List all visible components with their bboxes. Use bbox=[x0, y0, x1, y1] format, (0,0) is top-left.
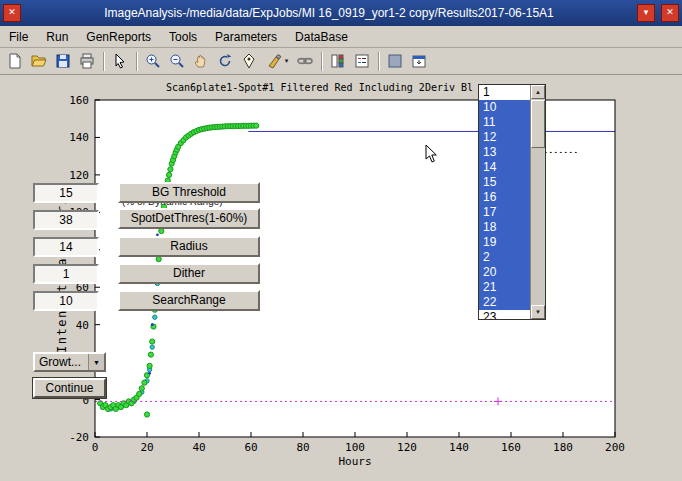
growth-dropdown[interactable]: Growt... ▼ bbox=[33, 352, 106, 372]
menu-parameters[interactable]: Parameters bbox=[206, 28, 286, 46]
save-figure-button[interactable] bbox=[51, 50, 75, 73]
menu-run[interactable]: Run bbox=[37, 28, 77, 46]
hide-plot-tools-button[interactable] bbox=[383, 50, 407, 73]
list-item[interactable]: 11 bbox=[479, 115, 530, 130]
insert-colorbar-button[interactable] bbox=[326, 50, 350, 73]
list-item[interactable]: 1 bbox=[479, 85, 530, 100]
save-floppy-icon bbox=[54, 52, 72, 70]
svg-text:180: 180 bbox=[553, 441, 573, 454]
rotate-icon bbox=[216, 52, 234, 70]
svg-text:120: 120 bbox=[69, 169, 89, 182]
menu-file[interactable]: File bbox=[0, 28, 37, 46]
figure-toolbar: ▾ bbox=[0, 48, 682, 75]
menu-tools[interactable]: Tools bbox=[160, 28, 206, 46]
svg-text:160: 160 bbox=[501, 441, 521, 454]
list-item[interactable]: 13 bbox=[479, 145, 530, 160]
list-item[interactable]: 21 bbox=[479, 280, 530, 295]
minimize-button[interactable]: ▾ bbox=[637, 4, 655, 22]
list-item[interactable]: 2 bbox=[479, 250, 530, 265]
zoom-out-button[interactable] bbox=[165, 50, 189, 73]
dock-window-icon bbox=[410, 52, 428, 70]
radius-input[interactable] bbox=[33, 237, 99, 257]
list-item[interactable]: 20 bbox=[479, 265, 530, 280]
searchrange-button[interactable]: SearchRange bbox=[118, 290, 260, 311]
list-item[interactable]: 14 bbox=[479, 160, 530, 175]
brush-dropdown-icon[interactable]: ▾ bbox=[285, 57, 289, 65]
data-cursor-button[interactable] bbox=[237, 50, 261, 73]
open-folder-icon bbox=[30, 52, 48, 70]
svg-text:200: 200 bbox=[605, 441, 625, 454]
plot-title: Scan6plate1-Spot#1 Filtered Red Includin… bbox=[166, 82, 473, 93]
list-item[interactable]: 23 bbox=[479, 310, 530, 319]
continue-button[interactable]: Continue bbox=[33, 378, 106, 398]
svg-text:120: 120 bbox=[397, 441, 417, 454]
spotdetthres-button[interactable]: SpotDetThres(1-60%) bbox=[118, 208, 260, 229]
list-item[interactable]: 10 bbox=[479, 100, 530, 115]
mouse-cursor bbox=[425, 144, 441, 164]
spot-number-list-rows: 1 10 11 12 13 14 15 16 17 18 19 2 20 21 … bbox=[479, 85, 530, 319]
link-plot-button[interactable] bbox=[293, 50, 317, 73]
hand-icon bbox=[192, 52, 210, 70]
window-title: ImageAnalysis-/media/data/ExpJobs/MI 16_… bbox=[24, 6, 634, 20]
open-file-button[interactable] bbox=[27, 50, 51, 73]
toolbar-separator bbox=[103, 52, 104, 71]
legend-icon bbox=[353, 52, 371, 70]
bg-threshold-button[interactable]: BG Threshold bbox=[118, 182, 260, 203]
window-menu-button[interactable]: ✕ bbox=[3, 4, 21, 22]
scroll-down-icon[interactable]: ▼ bbox=[531, 305, 545, 319]
insert-legend-button[interactable] bbox=[350, 50, 374, 73]
spot-number-list: 1 10 11 12 13 14 15 16 17 18 19 2 20 21 … bbox=[478, 84, 546, 320]
new-document-icon bbox=[6, 52, 24, 70]
print-figure-button[interactable] bbox=[75, 50, 99, 73]
svg-text:-20: -20 bbox=[69, 431, 89, 444]
scrollbar-thumb[interactable] bbox=[531, 100, 545, 148]
menu-genreports[interactable]: GenReports bbox=[77, 28, 160, 46]
pan-button[interactable] bbox=[189, 50, 213, 73]
dither-button[interactable]: Dither bbox=[118, 263, 260, 284]
link-icon bbox=[296, 52, 314, 70]
printer-icon bbox=[78, 52, 96, 70]
brush-button[interactable]: ▾ bbox=[261, 50, 293, 73]
menu-database[interactable]: DataBase bbox=[286, 28, 357, 46]
list-item[interactable]: 12 bbox=[479, 130, 530, 145]
rotate-3d-button[interactable] bbox=[213, 50, 237, 73]
brush-icon bbox=[266, 52, 284, 70]
toolbar-separator bbox=[321, 52, 322, 71]
zoom-out-icon bbox=[168, 52, 186, 70]
svg-text:140: 140 bbox=[69, 131, 89, 144]
chevron-down-icon[interactable]: ▼ bbox=[88, 354, 104, 370]
svg-text:40: 40 bbox=[76, 319, 89, 332]
list-item[interactable]: 18 bbox=[479, 220, 530, 235]
new-figure-button[interactable] bbox=[3, 50, 27, 73]
toolbar-separator bbox=[136, 52, 137, 71]
arrow-cursor-icon bbox=[111, 52, 129, 70]
list-item[interactable]: 17 bbox=[479, 205, 530, 220]
x-axis-label: Hours bbox=[95, 455, 615, 468]
svg-text:160: 160 bbox=[69, 94, 89, 107]
zoom-in-button[interactable] bbox=[141, 50, 165, 73]
svg-text:0: 0 bbox=[92, 441, 99, 454]
list-item[interactable]: 19 bbox=[479, 235, 530, 250]
svg-text:20: 20 bbox=[140, 441, 153, 454]
radius-button[interactable]: Radius bbox=[118, 236, 260, 257]
spotdetthres-input[interactable] bbox=[33, 210, 99, 230]
searchrange-input[interactable] bbox=[33, 291, 99, 311]
list-item[interactable]: 15 bbox=[479, 175, 530, 190]
dither-input[interactable] bbox=[33, 264, 99, 284]
spot-list-scrollbar[interactable]: ▲ ▼ bbox=[530, 85, 545, 319]
list-item[interactable]: 16 bbox=[479, 190, 530, 205]
toolbar-separator bbox=[378, 52, 379, 71]
svg-text:60: 60 bbox=[244, 441, 257, 454]
growth-dropdown-value: Growt... bbox=[35, 355, 88, 369]
bg-threshold-input[interactable] bbox=[33, 183, 99, 203]
svg-text:80: 80 bbox=[296, 441, 309, 454]
titlebar[interactable]: ✕ ImageAnalysis-/media/data/ExpJobs/MI 1… bbox=[0, 0, 682, 26]
app-window: 020406080100120140160180200-200204060801… bbox=[0, 0, 682, 481]
list-item[interactable]: 22 bbox=[479, 295, 530, 310]
dock-figure-button[interactable] bbox=[407, 50, 431, 73]
scroll-up-icon[interactable]: ▲ bbox=[531, 85, 545, 99]
data-cursor-icon bbox=[240, 52, 258, 70]
close-button[interactable]: ✕ bbox=[661, 4, 679, 22]
svg-text:40: 40 bbox=[192, 441, 205, 454]
edit-plot-button[interactable] bbox=[108, 50, 132, 73]
